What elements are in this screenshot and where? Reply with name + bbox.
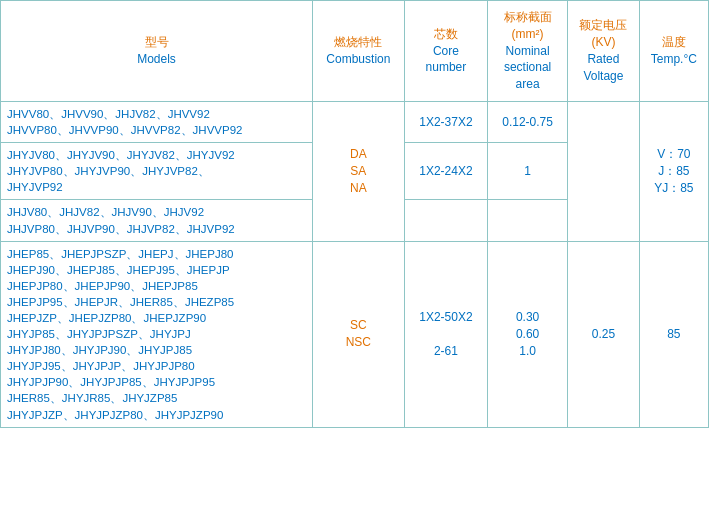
header-temp: 温度 Temp.°C (639, 1, 708, 102)
header-section-en3: area (492, 76, 563, 93)
row1-section: 0.12-0.75 (488, 101, 568, 142)
header-section-unit: (mm²) (492, 26, 563, 43)
header-section: 标称截面 (mm²) Nominal sectional area (488, 1, 568, 102)
row2-models: JHYJV80、JHYJV90、JHYJV82、JHYJV92 JHYJVP80… (1, 143, 313, 200)
header-voltage-unit: (KV) (572, 34, 635, 51)
header-models: 型号 Models (1, 1, 313, 102)
header-core-num: number (409, 59, 483, 76)
row3-models: JHJV80、JHJV82、JHJV90、JHJV92 JHJVP80、JHJV… (1, 200, 313, 241)
row2-core: 1X2-24X2 (404, 143, 487, 200)
header-voltage-zh: 额定电压 (572, 17, 635, 34)
row4-voltage: 0.25 (568, 241, 640, 427)
row3-section (488, 200, 568, 241)
header-section-en2: sectional (492, 59, 563, 76)
row4-section: 0.300.601.0 (488, 241, 568, 427)
row4-models: JHEP85、JHEPJPSZP、JHEPJ、JHEPJ80 JHEPJ90、J… (1, 241, 313, 427)
header-core-en: Core (409, 43, 483, 60)
row1-temp: V：70J：85YJ：85 (639, 101, 708, 241)
row4-combustion: SCNSC (313, 241, 405, 427)
row1-core: 1X2-37X2 (404, 101, 487, 142)
table-row: JHEP85、JHEPJPSZP、JHEPJ、JHEPJ80 JHEPJ90、J… (1, 241, 709, 427)
header-core-zh: 芯数 (409, 26, 483, 43)
header-voltage: 额定电压 (KV) Rated Voltage (568, 1, 640, 102)
header-temp-en: Temp.°C (644, 51, 704, 68)
row1-models: JHVV80、JHVV90、JHJV82、JHVV92JHVVP80、JHVVP… (1, 101, 313, 142)
header-section-zh: 标称截面 (492, 9, 563, 26)
header-core: 芯数 Core number (404, 1, 487, 102)
header-section-en1: Nominal (492, 43, 563, 60)
header-voltage-en2: Voltage (572, 68, 635, 85)
main-table: 型号 Models 燃烧特性 Combustion 芯数 Core number… (0, 0, 709, 428)
header-models-zh: 型号 (5, 34, 308, 51)
header-combustion-zh: 燃烧特性 (317, 34, 400, 51)
header-models-en: Models (5, 51, 308, 68)
header-combustion: 燃烧特性 Combustion (313, 1, 405, 102)
row3-core (404, 200, 487, 241)
header-temp-zh: 温度 (644, 34, 704, 51)
row4-core: 1X2-50X22-61 (404, 241, 487, 427)
table-row: JHVV80、JHVV90、JHJV82、JHVV92JHVVP80、JHVVP… (1, 101, 709, 142)
row1-combustion: DASANA (313, 101, 405, 241)
header-voltage-en1: Rated (572, 51, 635, 68)
header-combustion-en: Combustion (317, 51, 400, 68)
row2-section: 1 (488, 143, 568, 200)
row1-voltage (568, 101, 640, 241)
row4-temp: 85 (639, 241, 708, 427)
